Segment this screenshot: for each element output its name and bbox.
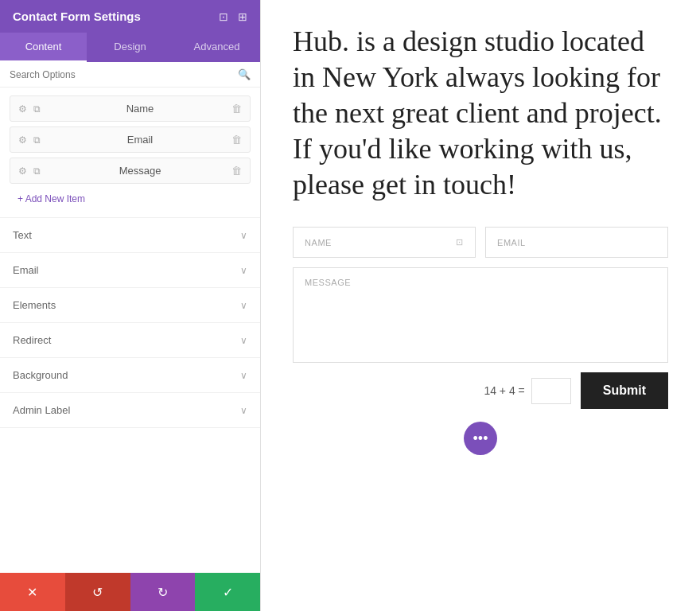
chevron-down-icon-email: ∨ — [240, 265, 247, 276]
field-label-message: Message — [49, 165, 231, 177]
chevron-down-icon-elements: ∨ — [240, 300, 247, 311]
duplicate-icon-message[interactable]: ⧉ — [33, 165, 41, 177]
captcha-label: 14 + 4 = — [484, 384, 524, 397]
field-label-email: Email — [49, 134, 231, 146]
search-bar: 🔍 — [0, 62, 260, 88]
field-icons-left-message: ⚙ ⧉ — [18, 165, 41, 177]
right-panel: Hub. is a design studio located in New Y… — [261, 0, 700, 611]
left-panel: Contact Form Settings ⊡ ⊞ Content Design… — [0, 0, 261, 611]
panel-header-icons: ⊡ ⊞ — [219, 10, 247, 23]
accordion-header-text[interactable]: Text ∨ — [0, 218, 260, 252]
settings-icon-email[interactable]: ⚙ — [18, 134, 27, 146]
field-item-email: ⚙ ⧉ Email 🗑 — [10, 126, 251, 153]
captcha-row: 14 + 4 = — [484, 378, 570, 404]
bottom-bar: ✕ ↺ ↻ ✓ — [0, 573, 260, 611]
accordion-item-admin-label: Admin Label ∨ — [0, 393, 260, 428]
submit-button[interactable]: Submit — [581, 372, 668, 409]
form-field-email: EMAIL — [485, 227, 668, 258]
accordion-item-elements: Elements ∨ — [0, 288, 260, 323]
search-input[interactable] — [10, 69, 231, 80]
cancel-button[interactable]: ✕ — [0, 573, 65, 611]
form-field-name: NAME ⊡ — [293, 227, 476, 258]
field-label-name: Name — [49, 103, 231, 115]
accordion-item-text: Text ∨ — [0, 218, 260, 253]
columns-icon[interactable]: ⊞ — [238, 10, 247, 23]
settings-icon-message[interactable]: ⚙ — [18, 165, 27, 177]
chevron-down-icon-redirect: ∨ — [240, 335, 247, 346]
panel-header: Contact Form Settings ⊡ ⊞ — [0, 0, 260, 33]
form-preview: NAME ⊡ EMAIL MESSAGE 14 + 4 = Submit ••• — [293, 227, 668, 455]
resize-icon[interactable]: ⊡ — [219, 10, 228, 23]
add-new-item-button[interactable]: + Add New Item — [10, 189, 251, 209]
chevron-down-icon-text: ∨ — [240, 230, 247, 241]
field-icons-left-name: ⚙ ⧉ — [18, 103, 41, 115]
duplicate-icon-email[interactable]: ⧉ — [33, 134, 41, 146]
redo-button[interactable]: ↻ — [130, 573, 196, 611]
accordion-item-redirect: Redirect ∨ — [0, 323, 260, 358]
accordion-header-email[interactable]: Email ∨ — [0, 253, 260, 287]
tab-content[interactable]: Content — [0, 33, 87, 62]
app-container: Contact Form Settings ⊡ ⊞ Content Design… — [0, 0, 700, 611]
delete-icon-email[interactable]: 🗑 — [231, 134, 242, 146]
accordion-header-background[interactable]: Background ∨ — [0, 358, 260, 392]
panel-tabs: Content Design Advanced — [0, 33, 260, 62]
chevron-down-icon-admin-label: ∨ — [240, 405, 247, 416]
dots-button[interactable]: ••• — [464, 422, 497, 455]
captcha-input[interactable] — [531, 378, 571, 404]
field-item-name: ⚙ ⧉ Name 🗑 — [10, 95, 251, 122]
undo-button[interactable]: ↺ — [65, 573, 130, 611]
panel-title: Contact Form Settings — [13, 10, 141, 23]
accordion-header-elements[interactable]: Elements ∨ — [0, 288, 260, 322]
settings-icon-name[interactable]: ⚙ — [18, 103, 27, 115]
fields-list: ⚙ ⧉ Name 🗑 ⚙ ⧉ Email 🗑 ⚙ ⧉ Message — [0, 88, 260, 218]
chevron-down-icon-background: ∨ — [240, 370, 247, 381]
field-type-icon-name: ⊡ — [456, 237, 464, 247]
save-button[interactable]: ✓ — [195, 573, 260, 611]
accordion-item-email: Email ∨ — [0, 253, 260, 288]
tab-advanced[interactable]: Advanced — [173, 33, 260, 62]
accordion-sections: Text ∨ Email ∨ Elements ∨ Redirect — [0, 218, 260, 573]
field-icons-left-email: ⚙ ⧉ — [18, 134, 41, 146]
form-bottom: 14 + 4 = Submit — [293, 372, 668, 409]
delete-icon-name[interactable]: 🗑 — [231, 103, 242, 115]
form-row-top: NAME ⊡ EMAIL — [293, 227, 668, 258]
search-icon: 🔍 — [238, 68, 251, 80]
accordion-item-background: Background ∨ — [0, 358, 260, 393]
duplicate-icon-name[interactable]: ⧉ — [33, 103, 41, 115]
field-item-message: ⚙ ⧉ Message 🗑 — [10, 158, 251, 184]
form-field-message: MESSAGE — [293, 267, 668, 363]
delete-icon-message[interactable]: 🗑 — [231, 165, 242, 177]
preview-text: Hub. is a design studio located in New Y… — [293, 24, 668, 203]
accordion-header-admin-label[interactable]: Admin Label ∨ — [0, 393, 260, 427]
accordion-header-redirect[interactable]: Redirect ∨ — [0, 323, 260, 357]
tab-design[interactable]: Design — [87, 33, 173, 62]
